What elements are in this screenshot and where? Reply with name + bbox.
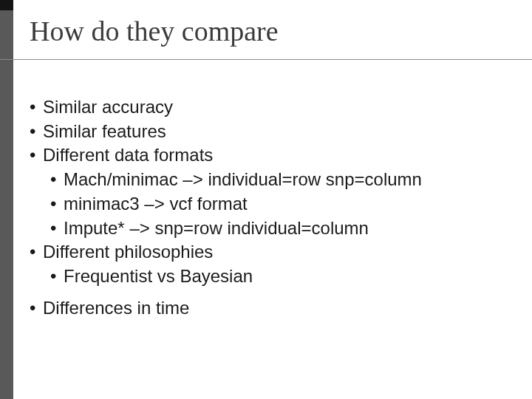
sub-list: Mach/minimac –> individual=row snp=colum… bbox=[50, 168, 510, 239]
sub-list: Frequentist vs Bayesian bbox=[50, 265, 510, 288]
list-item: Frequentist vs Bayesian bbox=[50, 265, 510, 288]
list-item: Impute* –> snp=row individual=column bbox=[50, 217, 510, 240]
list-item: minimac3 –> vcf format bbox=[50, 193, 510, 216]
list-item: Similar features bbox=[30, 120, 510, 143]
spacer bbox=[30, 290, 510, 297]
list-item: Mach/minimac –> individual=row snp=colum… bbox=[50, 168, 510, 191]
list-item: Different data formats bbox=[30, 144, 510, 167]
list-item: Different philosophies bbox=[30, 241, 510, 264]
accent-bar-top bbox=[0, 0, 13, 10]
title-rule bbox=[0, 59, 532, 60]
slide: How do they compare Similar accuracy Sim… bbox=[0, 0, 532, 399]
list-item: Differences in time bbox=[30, 297, 510, 320]
bullet-list: Differences in time bbox=[30, 297, 510, 320]
slide-body: Similar accuracy Similar features Differ… bbox=[30, 96, 510, 321]
accent-bar bbox=[0, 0, 13, 399]
bullet-list: Similar accuracy Similar features Differ… bbox=[30, 96, 510, 288]
slide-title: How do they compare bbox=[30, 15, 279, 47]
list-item: Similar accuracy bbox=[30, 96, 510, 119]
